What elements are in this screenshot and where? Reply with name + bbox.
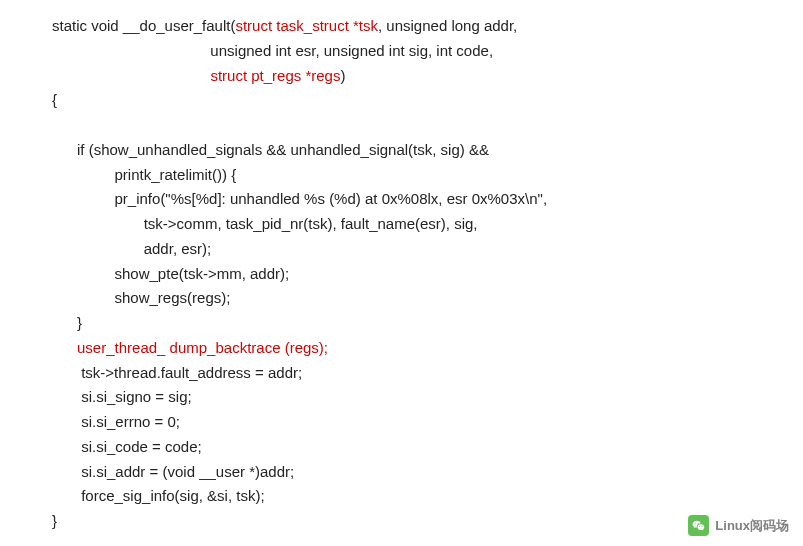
- code-line: si.si_code = code;: [52, 438, 202, 455]
- code-line: tsk->thread.fault_address = addr;: [52, 364, 302, 381]
- code-line: {: [52, 91, 57, 108]
- code-line: show_pte(tsk->mm, addr);: [52, 265, 289, 282]
- code-block: static void __do_user_fault(struct task_…: [0, 0, 803, 534]
- code-line: tsk->comm, task_pid_nr(tsk), fault_name(…: [52, 215, 478, 232]
- code-line: pr_info("%s[%d]: unhandled %s (%d) at 0x…: [52, 190, 547, 207]
- code-line: si.si_signo = sig;: [52, 388, 192, 405]
- wechat-icon: [688, 515, 709, 536]
- code-line: struct pt_regs *regs): [52, 67, 345, 84]
- code-line: user_thread_ dump_backtrace (regs);: [52, 339, 328, 356]
- code-line: si.si_addr = (void __user *)addr;: [52, 463, 294, 480]
- param-highlight: struct pt_regs *regs: [210, 67, 340, 84]
- watermark-text: Linux阅码场: [715, 517, 789, 535]
- code-line: si.si_errno = 0;: [52, 413, 180, 430]
- code-line: }: [52, 314, 82, 331]
- code-line: static void __do_user_fault(struct task_…: [52, 17, 517, 34]
- code-line: show_regs(regs);: [52, 289, 230, 306]
- code-line: }: [52, 512, 57, 529]
- watermark: Linux阅码场: [688, 515, 789, 536]
- code-line: printk_ratelimit()) {: [52, 166, 236, 183]
- added-call-highlight: user_thread_ dump_backtrace (regs);: [77, 339, 328, 356]
- param-highlight: struct task_struct *tsk: [235, 17, 378, 34]
- code-line: addr, esr);: [52, 240, 211, 257]
- code-line: unsigned int esr, unsigned int sig, int …: [52, 42, 493, 59]
- code-line: if (show_unhandled_signals && unhandled_…: [52, 141, 489, 158]
- code-line: force_sig_info(sig, &si, tsk);: [52, 487, 265, 504]
